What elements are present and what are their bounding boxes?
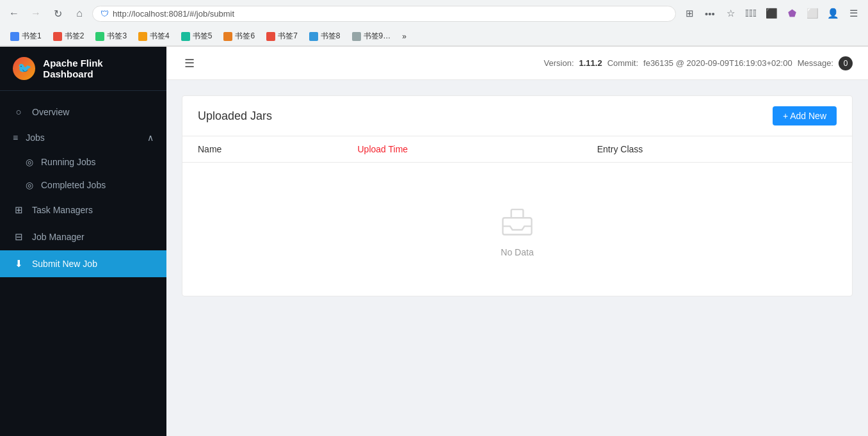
completed-jobs-icon: ◎ xyxy=(26,180,33,190)
content-area: Uploaded Jars + Add New Name Upload Time… xyxy=(166,80,868,436)
sidebar-title: Apache Flink Dashboard xyxy=(43,58,154,79)
sidebar-item-completed-jobs-label: Completed Jobs xyxy=(41,180,106,190)
sidebar-item-submit-new-job-label: Submit New Job xyxy=(32,259,97,269)
content-card-header: Uploaded Jars + Add New xyxy=(182,96,852,136)
menu-button[interactable]: ☰ xyxy=(844,4,863,23)
commit-label: Commit: xyxy=(607,58,638,68)
bookmark-item[interactable]: 书签7 xyxy=(261,29,303,44)
main-content: ☰ Version: 1.11.2 Commit: fe36135 @ 2020… xyxy=(166,47,868,436)
back-button[interactable]: ← xyxy=(5,4,23,22)
col-name-header: Name xyxy=(198,144,358,154)
top-bar-left: ☰ xyxy=(182,54,197,73)
reload-button[interactable]: ↻ xyxy=(49,4,67,22)
extension1-button[interactable]: ⬛ xyxy=(762,4,781,23)
bookmark-item[interactable]: 书签2 xyxy=(48,29,90,44)
job-manager-icon: ⊟ xyxy=(13,231,24,243)
sidebar-logo: 🐦 xyxy=(13,57,35,80)
jobs-left: ≡ Jobs xyxy=(13,133,45,143)
more-button[interactable]: ••• xyxy=(700,4,719,23)
sidebar-item-completed-jobs[interactable]: ◎ Completed Jobs xyxy=(0,174,166,197)
sidebar-item-task-managers[interactable]: ⊞ Task Managers xyxy=(0,197,166,223)
extension3-button[interactable]: ⬜ xyxy=(803,4,822,23)
browser-actions: ⊞ ••• ☆ 𝕀𝕀𝕀 ⬛ ⬟ ⬜ 👤 ☰ xyxy=(680,4,863,23)
profile-button[interactable]: 👤 xyxy=(823,4,842,23)
no-data-text: No Data xyxy=(501,247,533,257)
bookmark-item[interactable]: 书签4 xyxy=(133,29,175,44)
url-text: http://localhost:8081/#/job/submit xyxy=(113,9,668,19)
top-bar-right: Version: 1.11.2 Commit: fe36135 @ 2020-0… xyxy=(544,56,853,70)
history-button[interactable]: 𝕀𝕀𝕀 xyxy=(741,4,760,23)
content-card: Uploaded Jars + Add New Name Upload Time… xyxy=(182,95,853,296)
sidebar-item-overview-label: Overview xyxy=(32,107,69,117)
sidebar-item-submit-new-job[interactable]: ⬇ Submit New Job xyxy=(0,250,166,277)
sidebar-nav: ○ Overview ≡ Jobs ∧ ◎ Running Jobs ◎ Com… xyxy=(0,91,166,436)
top-bar: ☰ Version: 1.11.2 Commit: fe36135 @ 2020… xyxy=(166,47,868,80)
commit-value: fe36135 @ 2020-09-09T16:19:03+02:00 xyxy=(643,58,792,68)
browser-chrome: ← → ↻ ⌂ 🛡 http://localhost:8081/#/job/su… xyxy=(0,0,868,47)
sidebar: 🐦 Apache Flink Dashboard ○ Overview ≡ Jo… xyxy=(0,47,166,436)
sidebar-item-jobs-label: Jobs xyxy=(26,133,45,143)
submit-new-job-icon: ⬇ xyxy=(13,258,24,270)
jobs-chevron-icon: ∧ xyxy=(147,133,154,143)
hamburger-button[interactable]: ☰ xyxy=(182,54,197,73)
message-label: Message: xyxy=(798,58,833,68)
col-entry-class-header: Entry Class xyxy=(597,144,837,154)
version-value: 1.11.2 xyxy=(579,58,602,68)
jobs-icon: ≡ xyxy=(13,133,18,143)
bookmarks-bar: 书签1 书签2 书签3 书签4 书签5 书签6 书签7 书签8 书签9… » xyxy=(0,27,868,46)
no-data-area: No Data xyxy=(182,163,852,296)
table-header: Name Upload Time Entry Class xyxy=(182,136,852,163)
logo-icon: 🐦 xyxy=(17,61,31,76)
version-label: Version: xyxy=(544,58,574,68)
home-button[interactable]: ⌂ xyxy=(70,4,88,22)
sidebar-item-job-manager-label: Job Manager xyxy=(32,232,84,242)
sidebar-item-running-jobs[interactable]: ◎ Running Jobs xyxy=(0,150,166,174)
qr-button[interactable]: ⊞ xyxy=(680,4,699,23)
task-managers-icon: ⊞ xyxy=(13,204,24,216)
star-button[interactable]: ☆ xyxy=(721,4,740,23)
bookmark-item[interactable]: 书签3 xyxy=(90,29,132,44)
no-data-icon xyxy=(498,201,536,239)
sidebar-item-task-managers-label: Task Managers xyxy=(32,205,93,215)
bookmark-item[interactable]: 书签6 xyxy=(218,29,260,44)
extension2-button[interactable]: ⬟ xyxy=(782,4,801,23)
col-upload-time-header: Upload Time xyxy=(358,144,597,154)
sidebar-item-overview[interactable]: ○ Overview xyxy=(0,99,166,125)
message-badge: 0 xyxy=(839,56,853,70)
security-icon: 🛡 xyxy=(100,9,109,19)
overview-icon: ○ xyxy=(13,106,24,117)
bookmark-item[interactable]: 书签5 xyxy=(176,29,218,44)
sidebar-item-jobs[interactable]: ≡ Jobs ∧ xyxy=(0,125,166,150)
add-new-button[interactable]: + Add New xyxy=(773,106,837,125)
forward-button[interactable]: → xyxy=(27,4,45,22)
running-jobs-icon: ◎ xyxy=(26,157,33,167)
app-container: 🐦 Apache Flink Dashboard ○ Overview ≡ Jo… xyxy=(0,47,868,436)
browser-toolbar: ← → ↻ ⌂ 🛡 http://localhost:8081/#/job/su… xyxy=(0,0,868,27)
sidebar-header: 🐦 Apache Flink Dashboard xyxy=(0,47,166,91)
address-bar[interactable]: 🛡 http://localhost:8081/#/job/submit xyxy=(92,6,676,22)
bookmark-item[interactable]: 书签1 xyxy=(5,29,47,44)
bookmark-item[interactable]: 书签8 xyxy=(304,29,346,44)
page-title: Uploaded Jars xyxy=(198,109,272,123)
bookmarks-more[interactable]: » xyxy=(397,30,412,43)
sidebar-item-job-manager[interactable]: ⊟ Job Manager xyxy=(0,223,166,250)
bookmark-item[interactable]: 书签9… xyxy=(347,29,396,44)
sidebar-item-running-jobs-label: Running Jobs xyxy=(41,157,96,167)
